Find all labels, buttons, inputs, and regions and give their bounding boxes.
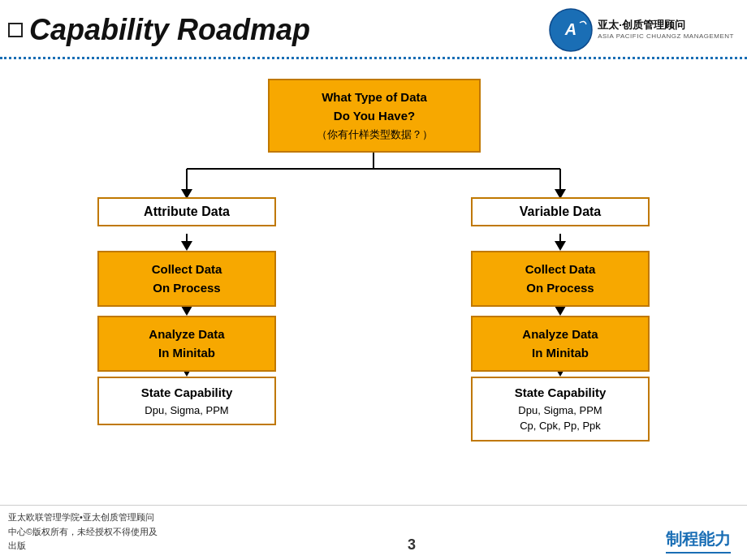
page-title: Capability Roadmap [29,13,310,47]
left-analyze-data-box: Analyze DataIn Minitab [97,316,276,372]
top-box-line3: （你有什样类型数据？） [283,127,466,143]
logo-text-area: 亚太·创质管理顾问 ASIA PACIFIC CHUANGZ MANAGEMEN… [598,19,734,41]
top-box-line1: What Type of Data [283,88,466,107]
left-state-capability-box: State Capability Dpu, Sigma, PPM [97,377,276,425]
right-state-capability-sub1: Dpu, Sigma, PPM [486,403,635,419]
logo-icon: A [549,8,593,52]
right-state-capability-sub2: Cp, Cpk, Pp, Ppk [486,418,635,434]
top-box-line2: Do You Have? [283,107,466,126]
svg-marker-11 [181,306,192,316]
logo-cn-text: 亚太·创质管理顾问 [598,19,734,32]
svg-marker-9 [181,241,192,251]
right-analyze-data-box: Analyze DataIn Minitab [471,316,650,372]
footer-left: 亚太欧联管理学院•亚太创质管理顾问 中心©版权所有，未经授权不得使用及 出版 [8,510,158,554]
svg-marker-15 [555,241,566,251]
right-state-capability-title: State Capability [486,384,635,403]
logo-area: A 亚太·创质管理顾问 ASIA PACIFIC CHUANGZ MANAGEM… [549,8,734,52]
title-checkbox [8,23,23,37]
left-state-capability-title: State Capability [112,384,261,403]
footer: 亚太欧联管理学院•亚太创质管理顾问 中心©版权所有，未经授权不得使用及 出版 3… [0,505,747,560]
logo-en-text: ASIA PACIFIC CHUANGZ MANAGEMENT [598,32,734,41]
title-area: Capability Roadmap [8,13,310,47]
left-collect-data-box: Collect DataOn Process [97,251,276,307]
footer-line3: 出版 [8,539,158,554]
variable-data-label: Variable Data [520,205,602,218]
header: Capability Roadmap A 亚太·创质管理顾问 ASIA PACI… [0,0,747,55]
svg-text:A: A [564,20,576,38]
svg-marker-17 [555,306,566,316]
footer-page-number: 3 [408,536,416,554]
footer-line2: 中心©版权所有，未经授权不得使用及 [8,525,158,540]
top-box: What Type of Data Do You Have? （你有什样类型数据… [268,79,481,153]
attribute-data-box: Attribute Data [97,197,276,226]
footer-line1: 亚太欧联管理学院•亚太创质管理顾问 [8,510,158,525]
variable-data-box: Variable Data [471,197,650,226]
left-state-capability-sub: Dpu, Sigma, PPM [112,403,261,419]
footer-right-text: 制程能力 [666,528,731,554]
right-collect-data-box: Collect DataOn Process [471,251,650,307]
main-content: What Type of Data Do You Have? （你有什样类型数据… [0,67,747,506]
attribute-data-label: Attribute Data [144,205,230,218]
right-state-capability-box: State Capability Dpu, Sigma, PPM Cp, Cpk… [471,377,650,442]
flowchart-container: What Type of Data Do You Have? （你有什样类型数据… [16,67,731,506]
header-divider [0,57,747,59]
